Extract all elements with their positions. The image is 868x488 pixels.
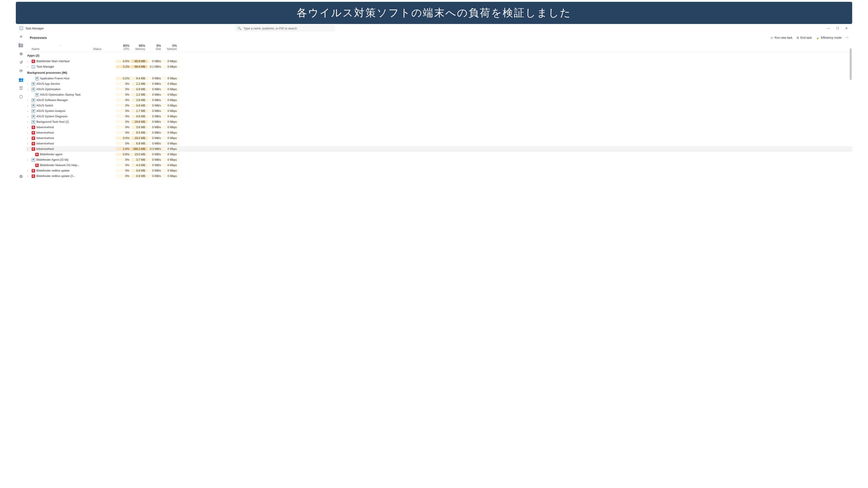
expand-chevron-icon[interactable]: › — [27, 132, 30, 134]
expand-chevron-icon[interactable]: › — [27, 88, 30, 91]
table-row[interactable]: ›Bitdefender Agent (32 bit)0%3.7 MB0 MB/… — [26, 157, 852, 163]
sort-indicator-icon: ⌃ — [59, 45, 61, 47]
cpu-cell: 0.2% — [116, 77, 132, 80]
expand-chevron-icon[interactable]: › — [27, 104, 30, 107]
toolbar: Processes ▷Run new task ⊘End task 🍃Effic… — [26, 33, 852, 42]
memory-cell: 9.5 MB — [132, 131, 147, 134]
minimize-button[interactable]: — — [827, 27, 830, 30]
processes-nav-icon[interactable]: ▥ — [19, 43, 23, 47]
table-row[interactable]: ›Bbdservicehost0%9.5 MB0 MB/s0 Mbps — [26, 130, 852, 135]
table-row[interactable]: ›ASUS Switch0%0.6 MB0 MB/s0 Mbps — [26, 103, 852, 108]
vertical-scrollbar[interactable] — [850, 48, 852, 80]
details-nav-icon[interactable]: ☲ — [19, 86, 23, 90]
expand-chevron-icon[interactable]: › — [27, 175, 30, 177]
apps-group-header[interactable]: Apps (2) — [26, 52, 852, 59]
table-row[interactable]: ›Task Manager3.2%58.4 MB0.1 MB/s0 Mbps — [26, 64, 852, 69]
cpu-cell: 0% — [116, 164, 132, 167]
col-name-header[interactable]: ⌃ Name — [26, 42, 93, 52]
settings-nav-icon[interactable]: ⚙ — [19, 174, 23, 179]
more-button[interactable]: ⋯ — [846, 36, 848, 39]
cpu-cell: 0% — [116, 120, 132, 123]
table-row[interactable]: ›ASUS Software Manager0%3.8 MB0 MB/s0 Mb… — [26, 97, 852, 103]
table-row[interactable]: ›Bbdservicehost0%6.9 MB0 MB/s0 Mbps — [26, 141, 852, 146]
expand-chevron-icon[interactable]: › — [27, 148, 30, 150]
process-name: ASUS Optimization Startup Task — [40, 93, 81, 96]
table-row[interactable]: ›Application Frame Host0.2%9.4 MB0 MB/s0… — [26, 76, 852, 81]
table-row[interactable]: ›ASUS Optimization0%0.9 MB0 MB/s0 Mbps — [26, 87, 852, 92]
table-row[interactable]: ›BBitdefender Network OS Help...0%4.3 MB… — [26, 163, 852, 168]
performance-nav-icon[interactable]: ⊕ — [19, 52, 23, 56]
expand-chevron-icon[interactable]: › — [27, 142, 30, 145]
table-row[interactable]: ›ASUS System Diagnosis0%0.6 MB0 MB/s0 Mb… — [26, 114, 852, 119]
network-cell: 0 Mbps — [163, 136, 179, 140]
hamburger-icon[interactable]: ≡ — [19, 34, 23, 39]
maximize-button[interactable]: ❐ — [836, 27, 839, 30]
expand-chevron-icon[interactable]: › — [27, 169, 30, 172]
disk-cell: 0 MB/s — [147, 104, 163, 107]
network-cell: 0 Mbps — [163, 60, 179, 63]
network-cell: 0 Mbps — [163, 104, 179, 107]
efficiency-mode-label: Efficiency mode — [821, 36, 841, 39]
end-task-button[interactable]: ⊘End task — [797, 36, 812, 39]
generic-app-icon — [32, 120, 35, 124]
expand-chevron-icon[interactable]: › — [27, 137, 30, 139]
disk-cell: 0 MB/s — [147, 88, 163, 91]
bitdefender-icon: B — [32, 126, 35, 129]
history-nav-icon[interactable]: ↺ — [19, 60, 23, 65]
mem-lbl: Memory — [132, 47, 145, 51]
cpu-cell: 0% — [116, 99, 132, 102]
startup-nav-icon[interactable]: ⟳ — [19, 69, 23, 73]
cpu-cell: 0% — [116, 174, 132, 178]
expand-chevron-icon[interactable]: › — [27, 121, 30, 123]
network-cell: 0 Mbps — [163, 174, 179, 178]
expand-chevron-icon[interactable]: › — [27, 83, 30, 85]
run-new-task-button[interactable]: ▷Run new task — [771, 36, 793, 39]
search-field[interactable]: 🔍 Type a name, publisher, or PID to sear… — [236, 25, 335, 31]
memory-cell: 85.8 MB — [132, 60, 147, 63]
process-name: bdservicehost — [36, 126, 54, 129]
process-name-cell: ›Bbdservicehost — [26, 136, 93, 140]
network-cell: 0 Mbps — [163, 169, 179, 172]
col-cpu-header[interactable]: 80%CPU — [116, 42, 132, 52]
table-row[interactable]: ›BBitdefender redline update (3...0%0.6 … — [26, 173, 852, 179]
process-name: Bitdefender agent — [40, 153, 62, 156]
disk-cell: 0.3 MB/s — [147, 148, 163, 151]
col-disk-header[interactable]: 9%Disk — [147, 42, 163, 52]
col-mem-header[interactable]: 66%Memory — [132, 42, 147, 52]
process-name: Bitdefender Main Interface — [36, 60, 70, 63]
table-row[interactable]: ›ASUS Optimization Startup Task0%2.2 MB0… — [26, 92, 852, 97]
efficiency-mode-button[interactable]: 🍃Efficiency mode — [816, 36, 841, 39]
expand-chevron-icon[interactable]: › — [27, 159, 30, 161]
expand-chevron-icon[interactable]: › — [27, 99, 30, 101]
services-nav-icon[interactable]: ⬡ — [19, 95, 23, 99]
table-row[interactable]: ›Bbdservicehost0.5%19.2 MB0 MB/s0 Mbps — [26, 135, 852, 141]
disk-cell: 0 MB/s — [147, 93, 163, 96]
table-row[interactable]: ›Bbdservicehost0%3.6 MB0 MB/s0 Mbps — [26, 125, 852, 130]
table-row[interactable]: ›BBitdefender Main Interface0.5%85.8 MB0… — [26, 59, 852, 64]
cpu-cell: 0.8% — [116, 153, 132, 156]
table-row[interactable]: ›BBitdefender redline update0%0.8 MB0 MB… — [26, 168, 852, 173]
expand-chevron-icon[interactable]: › — [27, 110, 30, 112]
table-row[interactable]: ›Background Task Host (2)0%28.6 MB0 MB/s… — [26, 119, 852, 125]
expand-chevron-icon[interactable]: › — [27, 115, 30, 118]
generic-app-icon — [32, 88, 35, 91]
expand-chevron-icon[interactable]: › — [27, 60, 30, 63]
network-cell: 0 Mbps — [163, 120, 179, 123]
disk-cell: 0 MB/s — [147, 126, 163, 129]
table-row[interactable]: ›Bbdservicehost2.8%288.2 MB0.3 MB/s0 Mbp… — [26, 146, 852, 152]
table-row[interactable]: ›BBitdefender agent0.8%15.0 MB0 MB/s0 Mb… — [26, 152, 852, 157]
col-net-header[interactable]: 0%Network — [163, 42, 179, 52]
page-heading: Processes — [30, 36, 47, 39]
expand-chevron-icon[interactable]: › — [27, 66, 30, 68]
network-cell: 0 Mbps — [163, 126, 179, 129]
users-nav-icon[interactable]: 👥 — [19, 77, 23, 82]
table-row[interactable]: ›ASUS System Analysis0%1.7 MB0 MB/s0 Mbp… — [26, 108, 852, 114]
generic-app-icon — [32, 82, 35, 86]
process-name: Application Frame Host — [40, 77, 69, 80]
expand-chevron-icon[interactable]: › — [27, 126, 30, 129]
table-row[interactable]: ›ASUS App Service0%2.2 MB0 MB/s0 Mbps — [26, 81, 852, 87]
bg-group-header[interactable]: Background processes (96) — [26, 69, 852, 76]
close-button[interactable]: ✕ — [845, 27, 848, 30]
cpu-cell: 0% — [116, 115, 132, 118]
col-status-header[interactable]: Status — [93, 42, 116, 52]
